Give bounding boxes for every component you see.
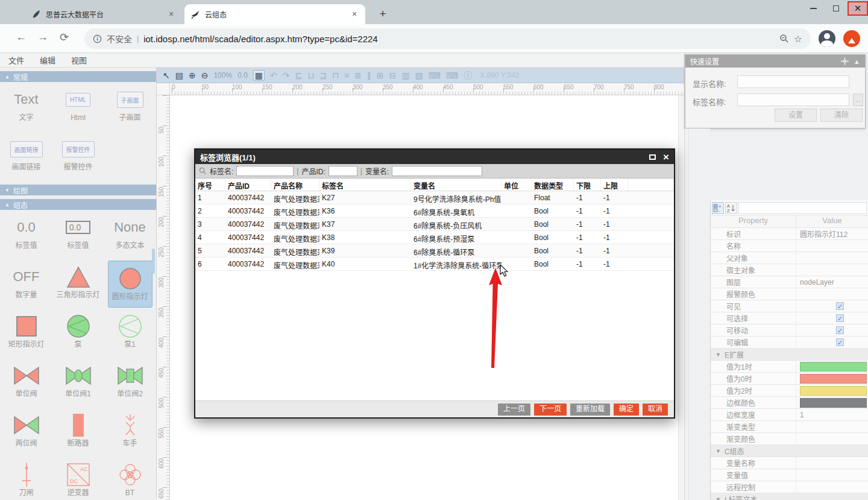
property-value[interactable] — [796, 481, 868, 493]
color-swatch[interactable] — [800, 362, 867, 372]
property-section-row[interactable]: ▼L标签文本 — [711, 493, 868, 500]
back-icon[interactable]: ← — [16, 31, 27, 43]
tab-close-icon[interactable]: × — [350, 10, 359, 19]
table-row[interactable]: 2400037442废气处理数据采K366#除臭系统-臭氧机Bool-1-1 — [195, 204, 674, 218]
restore-button[interactable] — [825, 0, 848, 17]
property-value[interactable]: ✓ — [796, 300, 868, 312]
minimize-button[interactable] — [802, 0, 825, 17]
property-value[interactable] — [796, 457, 868, 469]
categorize-icon[interactable]: +- — [712, 202, 724, 214]
tag-name-search-input[interactable] — [236, 166, 294, 176]
palette-item-bt[interactable]: BT — [104, 457, 156, 500]
zoom-in-icon[interactable]: ⊕ — [189, 71, 196, 80]
property-value[interactable]: 1 — [796, 409, 868, 420]
checkbox-checked-icon[interactable]: ✓ — [836, 326, 844, 334]
new-tab-button[interactable]: + — [375, 6, 391, 22]
property-value[interactable]: 圆形指示灯112 — [796, 228, 868, 239]
palette-item-alarm-widget[interactable]: 报警控件报警控件 — [52, 131, 104, 181]
collapse-icon[interactable]: ▲ — [854, 58, 860, 65]
section-collapse-icon[interactable]: ▼ — [715, 496, 721, 500]
property-value[interactable]: ✓ — [796, 312, 868, 324]
sort-az-icon[interactable]: AZ — [725, 202, 737, 214]
palette-item-html[interactable]: HTMLHtml — [52, 82, 104, 131]
palette-scrollbar[interactable] — [152, 248, 155, 274]
property-value[interactable] — [796, 421, 868, 432]
reload-icon[interactable]: ⟳ — [60, 31, 69, 44]
color-swatch[interactable] — [800, 398, 867, 408]
property-value[interactable] — [796, 240, 868, 252]
palette-section-general[interactable]: ▲常规 — [0, 71, 156, 82]
bookmark-star-icon[interactable]: ☆ — [794, 33, 802, 45]
browser-update-icon[interactable] — [843, 30, 860, 47]
dialog-close-icon[interactable]: × — [663, 152, 669, 162]
section-collapse-icon[interactable]: ▼ — [715, 448, 721, 454]
palette-item-screen-link[interactable]: 画面链接画面链接 — [1, 131, 52, 181]
property-value[interactable] — [796, 469, 868, 481]
tag-name-field[interactable] — [737, 93, 849, 106]
property-value[interactable] — [796, 385, 868, 396]
profile-avatar[interactable] — [819, 30, 835, 47]
var-name-search-input[interactable] — [392, 166, 482, 176]
palette-item-digital-value[interactable]: OFF数字量 — [1, 259, 52, 309]
zoom-out-icon[interactable]: ⊖ — [201, 71, 209, 80]
palette-section-scada[interactable]: ▲组态 — [0, 199, 156, 210]
table-row[interactable]: 4400037442废气处理数据采K386#除臭系统-预湿泵Bool-1-1 — [195, 231, 674, 244]
dialog-titlebar[interactable]: 标签浏览器(1/1) × — [195, 150, 674, 164]
table-row[interactable]: 1400037442废气处理数据采K279号化学洗涤除臭系统-Ph值Float-… — [195, 191, 674, 204]
property-value[interactable]: ✓ — [796, 337, 868, 348]
property-section-row[interactable]: ▼E扩展 — [711, 349, 868, 361]
palette-item-triangle-light[interactable]: 三角形指示灯 — [52, 259, 104, 309]
palette-item-subscreen[interactable]: 子画面子画面 — [104, 82, 156, 131]
palette-section-draw[interactable]: ▼绘图 — [0, 185, 156, 195]
property-value[interactable] — [796, 288, 868, 300]
property-value[interactable] — [796, 433, 868, 445]
grid-toggle-icon[interactable]: ▦ — [253, 70, 265, 81]
maximize-icon[interactable] — [649, 154, 656, 160]
checkbox-checked-icon[interactable]: ✓ — [836, 302, 844, 310]
forward-icon[interactable]: → — [37, 31, 48, 43]
property-section-row[interactable]: ▼C组态 — [711, 445, 868, 457]
menu-view[interactable]: 视图 — [71, 54, 87, 66]
table-row[interactable]: 6400037442废气处理数据采K401#化学洗涤除臭系统-循环泵Bool-1… — [195, 258, 674, 271]
palette-item-unit-valve2[interactable]: 单位阀2 — [104, 358, 156, 408]
info-icon[interactable] — [93, 34, 102, 43]
palette-item-pump1[interactable]: 泵1 — [104, 309, 156, 358]
table-row[interactable]: 5400037442废气处理数据采K396#除臭系统-循环泵Bool-1-1 — [195, 244, 674, 258]
color-swatch[interactable] — [800, 386, 867, 396]
ok-button[interactable]: 确定 — [614, 403, 639, 416]
address-bar[interactable]: 不安全 | iot.idosp.net/html/scada/editor.as… — [84, 28, 811, 49]
palette-item-text[interactable]: Text文字 — [1, 82, 52, 131]
palette-item-tag-value[interactable]: 0.0标签值 — [1, 210, 52, 259]
table-row[interactable]: 3400037442废气处理数据采K376#除臭系统-负压风机Bool-1-1 — [195, 218, 674, 231]
property-value[interactable] — [796, 373, 868, 384]
property-value[interactable]: nodeLayer — [796, 276, 868, 288]
checkbox-checked-icon[interactable]: ✓ — [836, 338, 844, 346]
palette-item-unit-valve[interactable]: 单位阀 — [1, 358, 52, 408]
property-value[interactable] — [796, 252, 868, 264]
clear-button[interactable]: 清除 — [820, 109, 863, 122]
tab-dashboard[interactable]: 思普云大数据平台 × — [25, 4, 182, 24]
palette-item-unit-valve1[interactable]: 单位阀1 — [52, 358, 104, 408]
palette-item-two-way-valve[interactable]: 两位阀 — [1, 408, 52, 457]
palette-item-knife-switch[interactable]: 刀闸 — [1, 457, 52, 500]
tag-browse-button[interactable]: ... — [853, 93, 863, 106]
palette-item-pump[interactable]: 泵 — [52, 309, 104, 358]
checkbox-checked-icon[interactable]: ✓ — [836, 314, 844, 322]
palette-item-tag-value-box[interactable]: 0.0标签值 — [52, 210, 104, 259]
display-name-field[interactable] — [737, 75, 849, 88]
menu-file[interactable]: 文件 — [8, 54, 24, 66]
palette-item-multistate-text[interactable]: None多态文本 — [104, 210, 156, 259]
section-collapse-icon[interactable]: ▼ — [715, 352, 721, 358]
palette-item-handcart[interactable]: 车手 — [104, 408, 156, 457]
property-value[interactable] — [796, 361, 868, 372]
property-value[interactable]: ✓ — [796, 324, 868, 336]
property-value[interactable] — [796, 264, 868, 276]
save-icon[interactable]: ▤ — [175, 71, 183, 80]
close-button[interactable]: ✕ — [848, 1, 868, 16]
next-page-button[interactable]: 下一页 — [534, 403, 567, 416]
zoom-out-page-icon[interactable] — [779, 34, 789, 43]
set-button[interactable]: 设置 — [775, 109, 817, 122]
menu-edit[interactable]: 编辑 — [40, 54, 55, 66]
palette-item-rect-light[interactable]: 矩形指示灯 — [1, 309, 52, 358]
palette-item-circle-light[interactable]: 圆形指示灯 — [108, 261, 153, 308]
